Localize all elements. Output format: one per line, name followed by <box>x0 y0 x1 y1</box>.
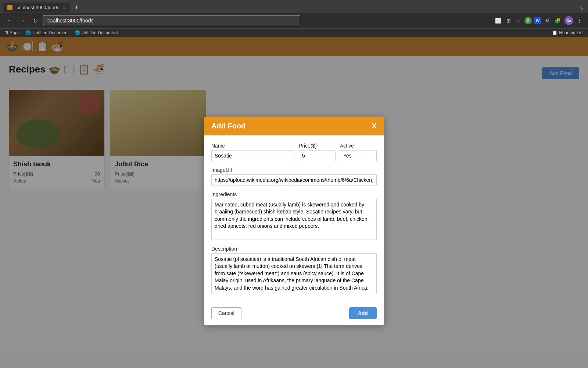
add-button[interactable]: Add <box>349 307 377 319</box>
close-tab-button[interactable]: ✕ <box>62 5 66 10</box>
word-icon[interactable]: W <box>534 17 541 24</box>
tab-favicon <box>7 5 12 10</box>
address-bar[interactable] <box>43 15 300 26</box>
active-tab[interactable]: localhost:3000/foods ✕ <box>3 3 70 13</box>
reload-button[interactable]: ↻ <box>31 16 40 26</box>
grid-icon: ⊞ <box>4 30 8 35</box>
tab-bar: localhost:3000/foods ✕ + ⤡ <box>0 0 588 13</box>
tab-title: localhost:3000/foods <box>15 5 59 10</box>
bookmarks-bar: ⊞ Apps 🌐 Untitled Document 🌐 Untitled Do… <box>0 28 588 37</box>
extensions-button[interactable]: 🧩 <box>553 16 562 25</box>
restore-button[interactable]: ⤡ <box>578 3 585 12</box>
modal-close-button[interactable]: X <box>372 122 377 130</box>
active-group: Active <box>340 143 377 161</box>
price-input[interactable] <box>299 150 336 161</box>
new-tab-button[interactable]: + <box>72 2 82 13</box>
browser-chrome: localhost:3000/foods ✕ + ⤡ ← → ↻ ⬜ ⊞ ☆ G… <box>0 0 588 37</box>
modal-body: Name Price($) Active ImageUrl <box>204 135 384 302</box>
imageurl-label: ImageUrl <box>211 167 377 173</box>
description-label: Description <box>211 246 377 252</box>
imageurl-input[interactable] <box>211 174 377 185</box>
forward-button[interactable]: → <box>18 16 28 25</box>
tab-search-button[interactable]: ⊞ <box>505 16 512 25</box>
nav-bar: ← → ↻ ⬜ ⊞ ☆ G W M 🧩 Co ⋮ <box>0 13 588 28</box>
modal-footer: Cancel Add <box>204 301 384 325</box>
google-account-icon[interactable]: G <box>524 17 532 24</box>
untitled-doc-2-bookmark[interactable]: 🌐 Untitled Document <box>75 30 118 35</box>
reading-list-icon: 📋 <box>552 30 557 35</box>
name-group: Name <box>211 143 294 161</box>
form-row-1: Name Price($) Active <box>211 143 377 161</box>
untitled-doc-2-label: Untitled Document <box>82 30 118 35</box>
doc-icon-1: 🌐 <box>25 30 31 35</box>
add-food-modal: Add Food X Name Price($) Active <box>204 117 384 325</box>
ingredients-label: Ingredients <box>211 191 377 197</box>
ingredients-textarea[interactable]: Marinated, cubed meat (usually lamb) is … <box>211 199 377 240</box>
name-label: Name <box>211 143 294 149</box>
doc-icon-2: 🌐 <box>75 30 80 35</box>
price-label: Price($) <box>299 143 336 149</box>
back-button[interactable]: ← <box>4 16 15 25</box>
bookmark-button[interactable]: ☆ <box>514 16 522 25</box>
menu-button[interactable]: ⋮ <box>576 16 584 25</box>
imageurl-group: ImageUrl <box>211 167 377 185</box>
reading-list[interactable]: 📋 Reading List <box>552 30 584 35</box>
modal-title: Add Food <box>211 122 245 130</box>
description-group: Description Sosatie (pl sosaties) is a t… <box>211 246 377 294</box>
modal-header: Add Food X <box>204 117 384 135</box>
active-input[interactable] <box>340 150 377 161</box>
modal-overlay: Add Food X Name Price($) Active <box>0 37 588 368</box>
reading-list-label: Reading List <box>559 30 584 35</box>
name-input[interactable] <box>211 150 294 161</box>
email-icon[interactable]: M <box>544 17 551 24</box>
profile-avatar[interactable]: Co <box>564 16 573 25</box>
description-textarea[interactable]: Sosatie (pl sosaties) is a traditional S… <box>211 253 377 294</box>
price-group: Price($) <box>299 143 336 161</box>
apps-bookmark[interactable]: ⊞ Apps <box>4 30 19 35</box>
untitled-doc-1-label: Untitled Document <box>32 30 69 35</box>
active-label: Active <box>340 143 377 149</box>
cast-button[interactable]: ⬜ <box>494 16 503 25</box>
nav-actions: ⬜ ⊞ ☆ G W M 🧩 Co ⋮ <box>494 16 584 25</box>
cancel-button[interactable]: Cancel <box>211 307 241 319</box>
ingredients-group: Ingredients Marinated, cubed meat (usual… <box>211 191 377 240</box>
apps-label: Apps <box>10 30 19 35</box>
untitled-doc-1-bookmark[interactable]: 🌐 Untitled Document <box>25 30 69 35</box>
app-container: 🍲 🍽️ 📋 🍜 Recipes 🍲 🍽️ 📋 🍜 Add Food <box>0 37 588 351</box>
